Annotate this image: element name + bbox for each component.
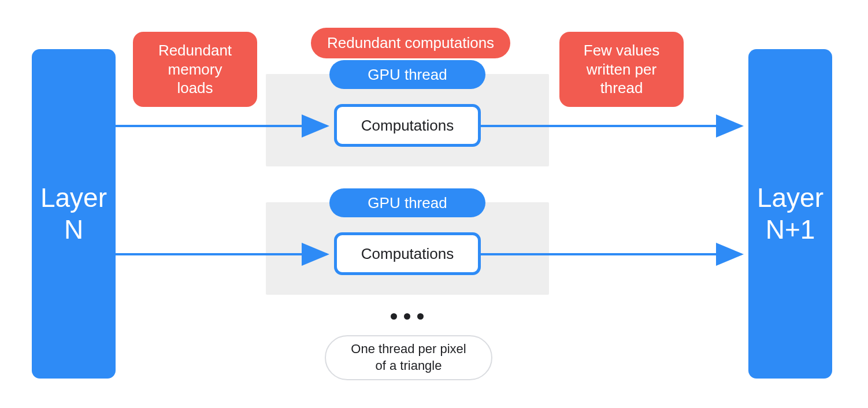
computations-label-2: Computations xyxy=(361,245,454,263)
gpu-thread-pill-1: GPU thread xyxy=(329,60,485,89)
callout-redundant-memory-text: Redundant memory loads xyxy=(158,41,232,98)
computations-box-1: Computations xyxy=(334,104,481,147)
arrow-1-out xyxy=(481,124,752,128)
layer-n1-label: Layer N+1 xyxy=(757,182,824,246)
dot-icon xyxy=(404,313,410,320)
layer-n-box: Layer N xyxy=(32,49,116,379)
gpu-thread-pill-2: GPU thread xyxy=(329,188,485,217)
arrow-1-in xyxy=(116,124,335,128)
callout-few-values: Few values written per thread xyxy=(559,32,684,107)
footnote-text: One thread per pixel of a triangle xyxy=(351,341,466,374)
arrow-2-out xyxy=(481,253,752,256)
callout-redundant-computations-text: Redundant computations xyxy=(327,34,494,53)
layer-n-label: Layer N xyxy=(40,182,107,246)
layer-n1-box: Layer N+1 xyxy=(748,49,832,379)
computations-box-2: Computations xyxy=(334,232,481,275)
dot-icon xyxy=(391,313,397,320)
computations-label-1: Computations xyxy=(361,117,454,135)
footnote-pill: One thread per pixel of a triangle xyxy=(325,335,492,380)
callout-redundant-computations: Redundant computations xyxy=(311,28,510,58)
dot-icon xyxy=(417,313,424,320)
gpu-thread-label-2: GPU thread xyxy=(368,194,447,212)
ellipsis-dots xyxy=(391,313,424,320)
gpu-thread-label-1: GPU thread xyxy=(368,66,447,84)
callout-redundant-memory: Redundant memory loads xyxy=(133,32,257,107)
arrow-2-in xyxy=(116,253,335,256)
callout-few-values-text: Few values written per thread xyxy=(584,41,660,98)
